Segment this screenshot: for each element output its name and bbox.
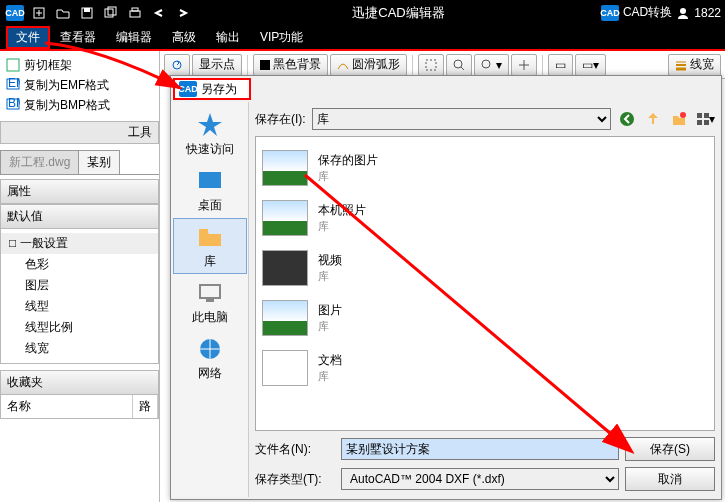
props-tree: □ 一般设置 色彩 图层 线型 线型比例 线宽 (0, 229, 159, 364)
svg-point-19 (482, 60, 490, 68)
svg-rect-5 (105, 9, 113, 17)
dialog-icon: CAD (179, 81, 197, 97)
dialog-title-text: 另存为 (201, 81, 237, 98)
svg-rect-32 (704, 113, 709, 118)
fav-col-path[interactable]: 路 (133, 395, 158, 418)
path-row: 保存在(I): 库 ▾ (249, 102, 721, 136)
btn-zoomdd[interactable]: ▾ (474, 54, 509, 76)
svg-rect-7 (130, 11, 140, 17)
props-head: 属性 (0, 179, 159, 204)
tree-lscale[interactable]: 线型比例 (1, 317, 158, 338)
fname-label: 文件名(N): (255, 441, 335, 458)
app-title: 迅捷CAD编辑器 (196, 4, 601, 22)
menu-viewer[interactable]: 查看器 (50, 26, 106, 49)
svg-rect-4 (84, 8, 90, 12)
dialog-title: CAD 另存为 (173, 78, 251, 100)
file-item[interactable]: 视频库 (262, 243, 708, 293)
btn-misc1[interactable]: ▭ (548, 54, 573, 76)
svg-rect-6 (108, 7, 116, 15)
props-default: 默认值 (0, 204, 159, 229)
saveall-icon[interactable] (100, 3, 122, 23)
file-item[interactable]: 图片库 (262, 293, 708, 343)
svg-rect-16 (426, 60, 436, 70)
menu-file[interactable]: 文件 (6, 26, 50, 49)
file-item[interactable]: 文档库 (262, 343, 708, 393)
place-lib[interactable]: 库 (173, 218, 247, 274)
svg-marker-23 (198, 113, 222, 136)
svg-rect-8 (132, 8, 138, 11)
tree-ltype[interactable]: 线型 (1, 296, 158, 317)
undo-icon[interactable] (148, 3, 170, 23)
doc-tabs: 新工程.dwg 某别 (0, 150, 159, 175)
svg-rect-33 (697, 120, 702, 125)
places-bar: 快速访问 桌面 库 此电脑 网络 (171, 102, 249, 497)
tree-color[interactable]: 色彩 (1, 254, 158, 275)
file-item[interactable]: 保存的图片库 (262, 143, 708, 193)
tool-bmp-label: 复制为BMP格式 (24, 97, 110, 114)
menu-editor[interactable]: 编辑器 (106, 26, 162, 49)
ftype-select[interactable]: AutoCAD™ 2004 DXF (*.dxf) (341, 468, 619, 490)
place-desktop[interactable]: 桌面 (173, 162, 247, 218)
place-quick[interactable]: 快速访问 (173, 106, 247, 162)
new-icon[interactable] (28, 3, 50, 23)
svg-line-18 (461, 67, 464, 70)
svg-point-9 (680, 8, 686, 14)
tab-proj1[interactable]: 新工程.dwg (0, 150, 79, 174)
btn-lw[interactable]: 线宽 (668, 54, 721, 76)
cancel-button[interactable]: 取消 (625, 467, 715, 491)
btn-showpt[interactable]: 显示点 (192, 54, 242, 76)
svg-text:EMF: EMF (8, 78, 20, 90)
btn-blackbg[interactable]: 黑色背景 (253, 54, 328, 76)
svg-text:BMP: BMP (8, 98, 20, 110)
menu-advanced[interactable]: 高级 (162, 26, 206, 49)
tool-clip-label: 剪切框架 (24, 57, 72, 74)
tree-lweight[interactable]: 线宽 (1, 338, 158, 359)
save-icon[interactable] (76, 3, 98, 23)
tab-proj2[interactable]: 某别 (78, 150, 120, 174)
tree-general[interactable]: □ 一般设置 (1, 233, 158, 254)
tool-clip[interactable]: 剪切框架 (6, 55, 153, 75)
location-select[interactable]: 库 (312, 108, 611, 130)
tool-emf[interactable]: EMF复制为EMF格式 (6, 75, 153, 95)
btn-zoomfit[interactable] (446, 54, 472, 76)
cad-badge-icon: CAD (601, 5, 619, 21)
btn-refresh[interactable] (164, 54, 190, 76)
print-icon[interactable] (124, 3, 146, 23)
svg-rect-34 (704, 120, 709, 125)
btn-misc2[interactable]: ▭▾ (575, 54, 606, 76)
save-as-dialog: CAD 另存为 快速访问 桌面 库 此电脑 网络 保存在(I): 库 ▾ 保存的… (170, 75, 722, 500)
fav-head: 收藏夹 (0, 370, 159, 395)
place-pc[interactable]: 此电脑 (173, 274, 247, 330)
tree-layer[interactable]: 图层 (1, 275, 158, 296)
menu-output[interactable]: 输出 (206, 26, 250, 49)
open-icon[interactable] (52, 3, 74, 23)
svg-rect-31 (697, 113, 702, 118)
save-button[interactable]: 保存(S) (625, 437, 715, 461)
redo-icon[interactable] (172, 3, 194, 23)
btn-smooth[interactable]: 圆滑弧形 (330, 54, 407, 76)
svg-rect-10 (7, 59, 19, 71)
ftype-label: 保存类型(T): (255, 471, 335, 488)
app-icon[interactable]: CAD (4, 3, 26, 23)
tool-bmp[interactable]: BMP复制为BMP格式 (6, 95, 153, 115)
cad-convert-link[interactable]: CAD转换 (623, 4, 672, 21)
nav-view-icon[interactable]: ▾ (695, 109, 715, 129)
file-item[interactable]: 本机照片库 (262, 193, 708, 243)
btn-pan[interactable] (511, 54, 537, 76)
fname-input[interactable] (341, 438, 619, 460)
svg-point-29 (620, 112, 634, 126)
nav-newfolder-icon[interactable] (669, 109, 689, 129)
svg-rect-24 (199, 172, 221, 188)
place-net[interactable]: 网络 (173, 330, 247, 386)
svg-rect-25 (199, 229, 208, 234)
btn-zoom1[interactable] (418, 54, 444, 76)
fav-col-name[interactable]: 名称 (1, 395, 133, 418)
titlebar: CAD 迅捷CAD编辑器 CAD CAD转换 1822 (0, 0, 725, 25)
file-list[interactable]: 保存的图片库本机照片库视频库图片库文档库 (255, 136, 715, 431)
menubar: 文件 查看器 编辑器 高级 输出 VIP功能 (0, 25, 725, 49)
savein-label: 保存在(I): (255, 111, 306, 128)
nav-back-icon[interactable] (617, 109, 637, 129)
menu-vip[interactable]: VIP功能 (250, 26, 313, 49)
nav-up-icon[interactable] (643, 109, 663, 129)
tool-emf-label: 复制为EMF格式 (24, 77, 109, 94)
